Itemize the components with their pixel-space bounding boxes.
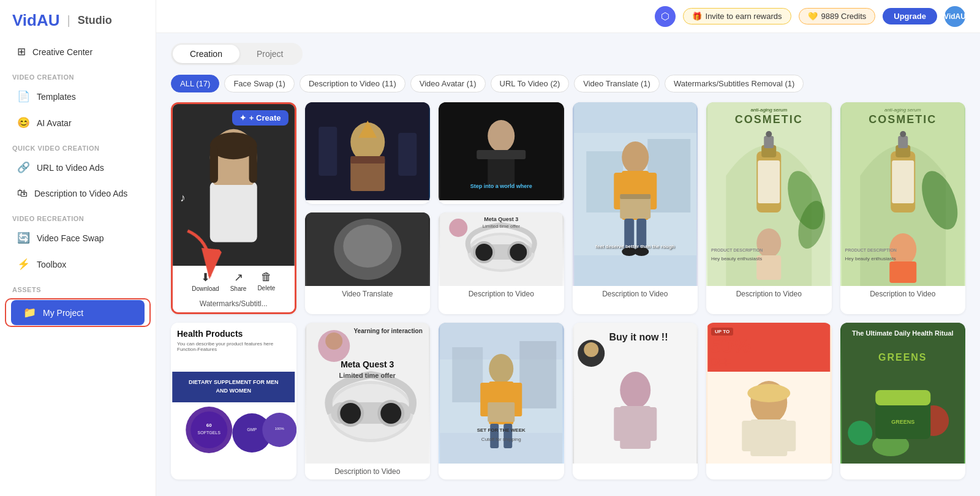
svg-point-35 xyxy=(622,141,649,173)
card-thumbnail: ✦ + Create ♪ xyxy=(173,104,295,266)
card-warrior[interactable] xyxy=(305,102,431,204)
filter-video-translate[interactable]: Video Translate (1) xyxy=(574,75,660,92)
greens-thumbnail: GREENS The Ultimate Daily Health Ritual … xyxy=(840,323,966,464)
cosmetic-title-overlay: COSMETIC xyxy=(706,113,832,126)
desc-label-overlay: PRODUCT DESCRIPTION xyxy=(711,248,763,252)
sidebar-item-url-to-video[interactable]: 🔗 URL to Video Ads xyxy=(5,155,151,180)
link-icon: 🔗 xyxy=(17,161,30,174)
filter-watermarks[interactable]: Watermarks/Subtitles Removal (1) xyxy=(665,75,804,92)
create-button[interactable]: ✦ + Create xyxy=(232,110,288,126)
svg-rect-2 xyxy=(210,182,257,242)
tab-project[interactable]: Project xyxy=(239,45,301,63)
filter-video-avatar[interactable]: Video Avatar (1) xyxy=(410,75,486,92)
logo-area: VidAU | Studio xyxy=(0,0,156,39)
sidebar-item-ai-avatar[interactable]: 😊 AI Avatar xyxy=(5,110,151,135)
card-greens[interactable]: GREENS The Ultimate Daily Health Ritual … xyxy=(840,323,966,479)
cosmetic-subtitle-overlay: anti-aging serum xyxy=(706,107,832,113)
sidebar-item-toolbox[interactable]: ⚡ Toolbox xyxy=(5,252,151,277)
logo-separator: | xyxy=(67,13,70,28)
svg-point-53 xyxy=(756,228,781,258)
delete-btn[interactable]: 🗑 Delete xyxy=(257,271,275,292)
svg-point-17 xyxy=(343,225,392,268)
sidebar-item-video-face-swap[interactable]: 🔄 Video Face Swap xyxy=(5,225,151,250)
card-meta-quest-2[interactable]: Yearning for interaction Meta Quest 3 Li… xyxy=(305,323,431,479)
content-area: Creation Project ALL (17) Face Swap (1) … xyxy=(156,33,980,496)
svg-point-85 xyxy=(380,403,401,424)
translate-thumbnail xyxy=(305,212,431,286)
greens-label-overlay: GREENS xyxy=(840,352,966,363)
svg-point-51 xyxy=(766,131,772,137)
card-delivery[interactable]: feet deserve better than the rough Descr… xyxy=(573,102,698,314)
sidebar-section-quick-video: Quick Video Creation xyxy=(0,136,156,154)
templates-icon: 📄 xyxy=(17,90,30,103)
svg-point-107 xyxy=(747,384,790,402)
meta2-brand-overlay: Yearning for interaction xyxy=(354,328,423,334)
sidebar-item-label: Creative Center xyxy=(32,47,92,57)
desc2-text-overlay: Hey beauty enthusiasts xyxy=(845,256,896,261)
card-meta-quest[interactable]: Meta Quest 3 Limited time offer Descript… xyxy=(439,212,564,314)
download-btn[interactable]: ⬇ Download xyxy=(192,271,219,292)
card-delivery2[interactable]: SET FOR THE WEEK Cutoff for shipping xyxy=(439,323,564,479)
sale-thumbnail: UP TO 50% OFF xyxy=(706,323,832,464)
step-overlay: Step into a world where xyxy=(470,183,532,189)
sidebar-item-label: My Project xyxy=(43,308,83,318)
logo-vidau: VidAU xyxy=(12,11,60,30)
filter-face-swap[interactable]: Face Swap (1) xyxy=(224,75,295,92)
percent-overlay: 50% xyxy=(709,335,751,356)
svg-point-30 xyxy=(449,219,467,237)
svg-rect-65 xyxy=(172,372,295,402)
trash-icon: 🗑 xyxy=(261,271,272,284)
card-face-swap[interactable]: ✦ + Create ♪ ⬇ Download ↗ Share xyxy=(171,102,296,314)
svg-text:60: 60 xyxy=(206,423,212,428)
filter-all[interactable]: ALL (17) xyxy=(171,75,219,92)
discord-button[interactable]: ⬡ xyxy=(655,6,676,27)
filter-desc-to-video[interactable]: Description to Video (11) xyxy=(300,75,405,92)
card-buy-now[interactable]: Buy it now !! xyxy=(573,323,698,479)
main-area: ⬡ 🎁 Invite to earn rewards 💛 9889 Credit… xyxy=(156,0,980,496)
card-health[interactable]: DIETARY SUPPLEMENT FOR MEN AND WOMEN 60 … xyxy=(171,323,296,479)
svg-rect-109 xyxy=(742,421,754,451)
tab-creation[interactable]: Creation xyxy=(173,45,239,63)
svg-rect-13 xyxy=(318,127,337,176)
quest-thumbnail: Meta Quest 3 Limited time offer xyxy=(439,212,564,286)
buy-thumbnail: Buy it now !! xyxy=(573,323,698,464)
header: ⬡ 🎁 Invite to earn rewards 💛 9889 Credit… xyxy=(156,0,980,33)
card-cosmetic1[interactable]: anti-aging serum anti-aging serum COSMET… xyxy=(706,102,832,314)
card-video-translate[interactable]: Video Translate xyxy=(305,212,431,314)
feet-text-overlay: feet deserve better than the rough xyxy=(579,244,692,249)
share-btn[interactable]: ↗ Share xyxy=(230,271,247,292)
user-avatar[interactable]: VidAU xyxy=(944,6,965,27)
meta-title-overlay: Meta Quest 3 xyxy=(484,216,518,222)
svg-rect-88 xyxy=(452,347,483,402)
health-title-overlay: Health Products xyxy=(177,329,243,339)
card-sale[interactable]: UP TO 50% OFF xyxy=(706,323,832,479)
svg-rect-52 xyxy=(758,160,780,203)
filter-url-to-video[interactable]: URL To Video (2) xyxy=(491,75,570,92)
svg-point-28 xyxy=(475,244,492,261)
sidebar-item-templates[interactable]: 📄 Templates xyxy=(5,84,151,109)
svg-text:100%: 100% xyxy=(275,427,285,430)
meta2-limited-overlay: Limited time offer xyxy=(305,372,431,379)
card-cosmetic2[interactable]: anti-aging serum COSMETIC PRODUCT DESCRI… xyxy=(840,102,966,314)
meta2-thumbnail: Yearning for interaction Meta Quest 3 Li… xyxy=(305,323,431,464)
sidebar-item-creative-center[interactable]: ⊞ Creative Center xyxy=(5,39,151,64)
avatar-label: VidAU xyxy=(944,12,966,21)
svg-text:AND WOMEN: AND WOMEN xyxy=(216,388,252,394)
sidebar-item-label: AI Avatar xyxy=(37,118,72,128)
sidebar-section-video-recreation: Video Recreation xyxy=(0,206,156,225)
sidebar-box-my-project: 📁 My Project xyxy=(5,298,151,327)
upgrade-button[interactable]: Upgrade xyxy=(883,8,937,24)
card-label-cosmetic2: Description to Video xyxy=(840,286,966,302)
sidebar-item-my-project[interactable]: 📁 My Project xyxy=(11,300,145,325)
svg-point-100 xyxy=(620,372,650,408)
buy-text-overlay: Buy it now !! xyxy=(609,332,668,343)
svg-text:GMP: GMP xyxy=(247,427,257,432)
svg-rect-21 xyxy=(477,150,526,159)
invite-button[interactable]: 🎁 Invite to earn rewards xyxy=(683,8,791,24)
credits-button[interactable]: 💛 9889 Credits xyxy=(799,8,876,24)
desc-text-overlay: Hey beauty enthusiasts xyxy=(711,256,762,261)
card-fashion[interactable]: Step into a world where URL To Video xyxy=(439,102,564,204)
sidebar-item-desc-to-video[interactable]: 🛍 Description to Video Ads xyxy=(5,181,151,206)
project-grid-row2: DIETARY SUPPLEMENT FOR MEN AND WOMEN 60 … xyxy=(171,323,965,479)
warrior-thumbnail xyxy=(305,102,431,200)
